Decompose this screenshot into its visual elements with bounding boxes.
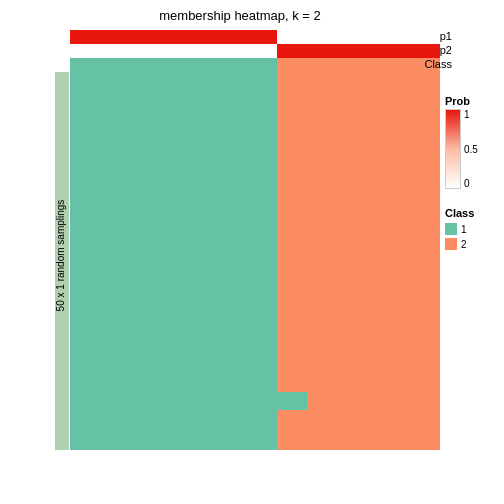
- class-legend-title: Class: [445, 207, 500, 219]
- p1-red-segment: [70, 30, 277, 44]
- heatmap-body: [70, 72, 440, 450]
- p1-label: p1: [440, 30, 452, 42]
- prob-min-label: 0: [464, 178, 478, 189]
- p2-red-segment: [277, 44, 440, 58]
- class1-legend-item: 1: [445, 223, 500, 235]
- chart-title: membership heatmap, k = 2: [50, 8, 430, 23]
- label-random-samplings: 50 x 1 random samplings: [55, 186, 66, 326]
- prob-legend-title: Prob: [445, 95, 500, 107]
- prob-mid-label: 0.5: [464, 144, 478, 155]
- class1-swatch: [445, 223, 457, 235]
- prob-gradient: [445, 109, 461, 189]
- prob-scale-labels: 1 0.5 0: [461, 109, 478, 189]
- class-legend: Class 1 2: [445, 207, 500, 250]
- class-label: Class: [424, 58, 452, 70]
- class2-legend-item: 2: [445, 238, 500, 250]
- class2-label: 2: [461, 239, 467, 250]
- p2-bar: [70, 44, 440, 58]
- class1-label: 1: [461, 224, 467, 235]
- p1-empty-segment: [277, 30, 440, 44]
- heatmap-teal-col: [70, 72, 277, 450]
- legend: Prob 1 0.5 0 Class 1 2: [445, 95, 500, 253]
- chart-container: membership heatmap, k = 2 50 x 1 random …: [0, 0, 504, 504]
- prob-max-label: 1: [464, 109, 478, 120]
- class-teal-segment: [70, 58, 277, 72]
- heatmap-area: [70, 30, 440, 450]
- heatmap-notch: [277, 392, 307, 410]
- p2-label: p2: [440, 44, 452, 56]
- prob-legend-body: 1 0.5 0: [445, 109, 500, 189]
- class-bar: [70, 58, 440, 72]
- class-salmon-segment: [277, 58, 440, 72]
- p2-empty-segment: [70, 44, 277, 58]
- class2-swatch: [445, 238, 457, 250]
- p1-bar: [70, 30, 440, 44]
- heatmap-salmon-col: [277, 72, 440, 450]
